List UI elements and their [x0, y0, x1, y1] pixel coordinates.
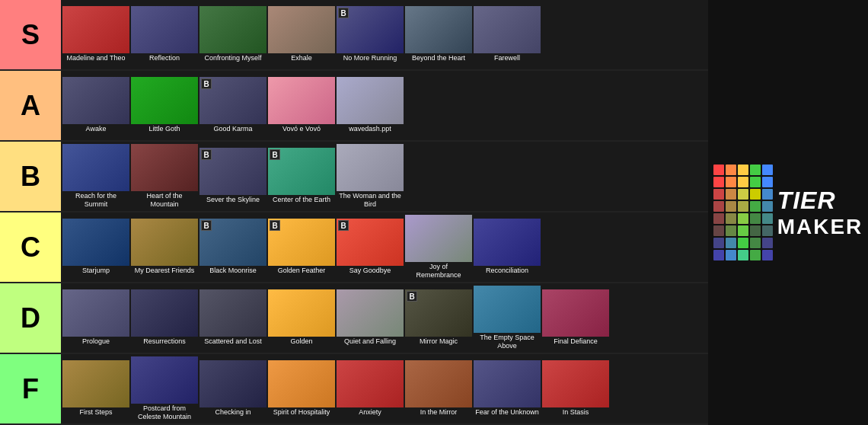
tier-item-label-black: Black Moonrise	[199, 266, 266, 276]
tier-row-S: SMadeline and TheoReflectionConfronting …	[0, 0, 708, 71]
tier-item-label-nomore: No More Running	[337, 53, 404, 63]
tier-item-beyond[interactable]: Beyond the Heart	[405, 6, 472, 63]
tier-item-label-woman: The Woman and the Bird	[337, 191, 404, 209]
tier-item-nomore[interactable]: BNo More Running	[337, 6, 404, 63]
tier-label-D: D	[0, 283, 61, 353]
tier-item-label-scattered: Scattered and Lost	[199, 337, 266, 347]
logo-pixel	[738, 165, 748, 175]
logo-pixel	[713, 201, 724, 212]
tier-item-label-spirit: Spirit of Hospitality	[268, 407, 335, 417]
tier-item-label-reach: Reach for the Summit	[62, 191, 129, 209]
tier-item-exhale[interactable]: Exhale	[268, 6, 335, 63]
tier-item-checkingin[interactable]: Checking in	[199, 360, 266, 417]
tier-item-label-instasis: In Stasis	[542, 407, 609, 417]
tier-item-golden[interactable]: BGolden Feather	[268, 219, 335, 276]
tier-item-fearunknown[interactable]: Fear of the Unknown	[474, 360, 541, 417]
tier-item-confronting[interactable]: Confronting Myself	[199, 6, 266, 63]
tier-item-mydearest[interactable]: My Dearest Friends	[131, 219, 198, 276]
tier-item-label-fearunknown: Fear of the Unknown	[474, 407, 541, 417]
tier-items-B: Reach for the SummitHeart of the Mountai…	[61, 142, 708, 211]
tier-item-inthemirror[interactable]: In the Mirror	[405, 360, 472, 417]
logo-pixel	[726, 165, 736, 175]
tier-item-label-confronting: Confronting Myself	[199, 53, 266, 63]
tier-label-C: C	[0, 212, 61, 282]
tier-item-reach[interactable]: Reach for the Summit	[62, 144, 129, 209]
tier-item-img-resurrections	[131, 289, 198, 337]
tier-item-scattered[interactable]: Scattered and Lost	[199, 289, 266, 347]
tier-item-spirit[interactable]: Spirit of Hospitality	[268, 360, 335, 417]
tier-item-img-farewell	[474, 6, 541, 53]
tier-item-img-exhale	[268, 6, 335, 53]
tier-label-S: S	[0, 0, 61, 69]
tier-item-label-madeline: Madeline and Theo	[62, 53, 129, 63]
tier-item-goodkarma[interactable]: BGood Karma	[199, 77, 266, 134]
tier-item-img-black: B	[199, 219, 266, 266]
tier-item-label-vovo: Vovó e Vovó	[268, 124, 335, 134]
tier-item-saygoodbye[interactable]: BSay Goodbye	[337, 219, 404, 276]
tier-label-F: F	[0, 354, 61, 423]
logo-pixel	[762, 177, 773, 187]
logo-pixel	[762, 250, 773, 260]
logo-pixel	[713, 189, 724, 200]
tier-item-littlegoth[interactable]: Little Goth	[131, 77, 198, 134]
badge-b-black: B	[201, 220, 212, 231]
badge-b-golden: B	[270, 220, 280, 231]
tier-item-label-finaldefiance: Final Defiance	[542, 337, 609, 347]
logo-pixel-grid	[713, 165, 773, 260]
tier-item-label-heart: Heart of the Mountain	[131, 191, 198, 209]
tier-item-farewell[interactable]: Farewell	[474, 6, 541, 63]
tier-item-img-awake	[62, 77, 129, 124]
tier-item-instasis[interactable]: In Stasis	[542, 360, 609, 417]
tier-item-golden2[interactable]: Golden	[268, 289, 335, 347]
tier-item-center[interactable]: BCenter of the Earth	[268, 148, 335, 205]
tier-items-A: AwakeLittle GothBGood KarmaVovó e Vovówa…	[61, 71, 708, 140]
tier-item-sever[interactable]: BSever the Skyline	[199, 148, 266, 205]
tier-row-F: FFirst StepsPostcard from Celeste Mounta…	[0, 354, 708, 425]
tier-item-quiet[interactable]: Quiet and Falling	[337, 289, 404, 347]
tier-item-label-reflection: Reflection	[131, 53, 198, 63]
tier-item-label-farewell: Farewell	[474, 53, 541, 63]
tier-item-label-joy: Joy of Remembrance	[405, 262, 472, 280]
tier-item-resurrections[interactable]: Resurrections	[131, 289, 198, 347]
tier-item-img-reach	[62, 144, 129, 191]
tier-item-label-reconciliation: Reconciliation	[474, 266, 541, 276]
tier-item-postcard[interactable]: Postcard from Celeste Mountain	[131, 356, 198, 422]
tier-item-img-mydearest	[131, 219, 198, 266]
tier-items-F: First StepsPostcard from Celeste Mountai…	[61, 354, 708, 423]
badge-b-goodkarma: B	[201, 78, 212, 89]
tier-item-img-beyond	[405, 6, 472, 53]
tier-item-empty[interactable]: The Empty Space Above	[474, 286, 541, 351]
tier-row-D: DPrologueResurrectionsScattered and Lost…	[0, 283, 708, 354]
tier-item-anxiety[interactable]: Anxiety	[337, 360, 404, 417]
tier-item-starjump[interactable]: Starjump	[62, 219, 129, 276]
logo-pixel	[762, 165, 773, 175]
tier-item-img-postcard	[131, 356, 198, 404]
logo-pixel	[726, 177, 736, 187]
tier-item-reconciliation[interactable]: Reconciliation	[474, 219, 541, 276]
tier-item-wavedash[interactable]: wavedash.ppt	[337, 77, 404, 134]
tier-item-mirrormagic[interactable]: BMirror Magic	[405, 289, 472, 347]
tier-item-finaldefiance[interactable]: Final Defiance	[542, 289, 609, 347]
tier-item-img-empty	[474, 286, 541, 333]
tier-item-label-exhale: Exhale	[268, 53, 335, 63]
tier-item-label-checkingin: Checking in	[199, 407, 266, 417]
tier-item-woman[interactable]: The Woman and the Bird	[337, 144, 404, 209]
tier-item-label-inthemirror: In the Mirror	[405, 407, 472, 417]
tier-item-label-anxiety: Anxiety	[337, 407, 404, 417]
tier-item-img-quiet	[337, 289, 404, 337]
tier-item-reflection[interactable]: Reflection	[131, 6, 198, 63]
tier-item-black[interactable]: BBlack Moonrise	[199, 219, 266, 276]
tier-item-joy[interactable]: Joy of Remembrance	[405, 215, 472, 280]
tier-item-img-prologue	[62, 289, 129, 337]
tier-item-vovo[interactable]: Vovó e Vovó	[268, 77, 335, 134]
tier-item-firststeps[interactable]: First Steps	[62, 360, 129, 417]
tier-item-heart[interactable]: Heart of the Mountain	[131, 144, 198, 209]
tier-item-img-sever: B	[199, 148, 266, 195]
tier-item-prologue[interactable]: Prologue	[62, 289, 129, 347]
tier-item-awake[interactable]: Awake	[62, 77, 129, 134]
logo-pixel	[738, 250, 748, 260]
tier-item-madeline[interactable]: Madeline and Theo	[62, 6, 129, 63]
logo-pixel	[750, 250, 761, 260]
tier-item-label-starjump: Starjump	[62, 266, 129, 276]
tier-item-label-beyond: Beyond the Heart	[405, 53, 472, 63]
